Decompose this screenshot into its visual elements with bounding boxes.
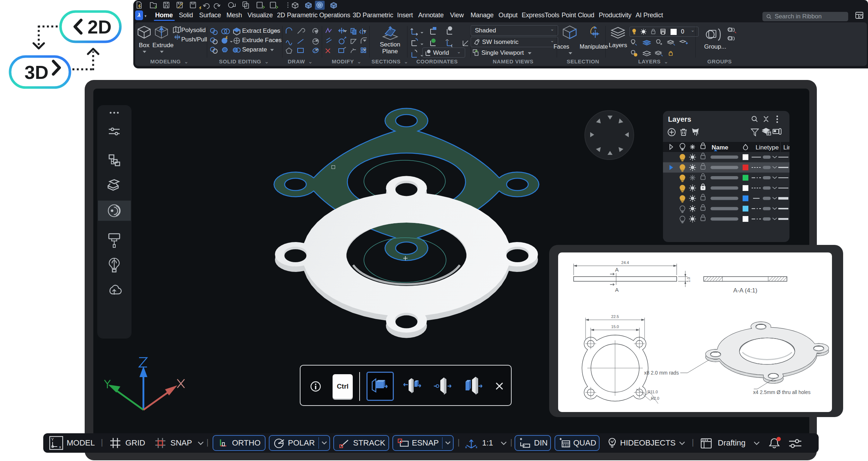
svg-text:Lin: Lin [783,144,789,151]
svg-text:A: A [615,267,619,273]
svg-text:R11.0: R11.0 [647,390,658,394]
svg-text:A-A (4:1): A-A (4:1) [733,287,757,294]
svg-text:22.5: 22.5 [611,314,619,319]
svg-text:Linetype: Linetype [756,144,779,151]
svg-text:Layers: Layers [668,115,691,123]
svg-text:Y: Y [51,437,54,442]
svg-text:3D: 3D [25,62,48,83]
svg-text:2D: 2D [88,17,111,37]
svg-text:x8 2.0 mm rads: x8 2.0 mm rads [644,370,678,376]
svg-text:Name: Name [712,144,728,151]
svg-text:1.0: 1.0 [687,277,691,282]
svg-text:24.4: 24.4 [621,260,629,265]
svg-text:15.0: 15.0 [611,325,619,329]
svg-text:x4 2.5mm Ø thru all holes: x4 2.5mm Ø thru all holes [753,389,811,395]
svg-text:A: A [615,287,619,293]
svg-text:R2.0: R2.0 [651,396,659,400]
svg-text:x: x [59,445,61,449]
